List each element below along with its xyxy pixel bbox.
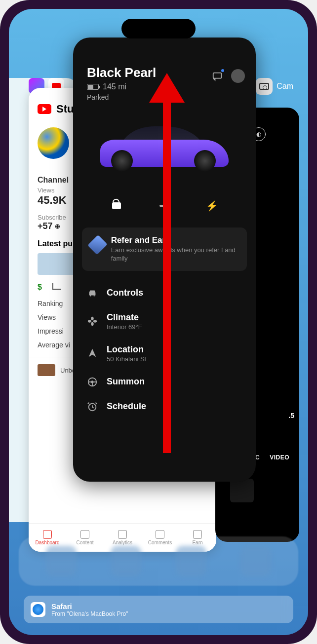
fan-icon [87, 316, 98, 327]
menu-summon[interactable]: Summon [73, 370, 256, 394]
handoff-app: Safari [51, 602, 128, 610]
menu-list: Controls ClimateInterior 69°F Location50… [73, 276, 256, 424]
zoom-level[interactable]: .5 [288, 412, 294, 419]
handoff-source: From "Olena's MacBook Pro" [51, 610, 128, 617]
battery-icon [87, 84, 99, 90]
loot-box-icon [87, 235, 107, 255]
dynamic-island[interactable] [121, 19, 196, 38]
dock-app-3[interactable] [176, 546, 206, 576]
clock-alarm-icon [87, 401, 98, 412]
menu-location[interactable]: Location50 Kihalani St [73, 338, 256, 370]
camera-icon[interactable] [256, 78, 273, 95]
location-address: 50 Kihalani St [107, 355, 146, 363]
vehicle-status: Parked [87, 93, 242, 101]
dock [19, 536, 298, 586]
video-thumbnail[interactable] [38, 253, 77, 275]
video-thumb-small [38, 364, 55, 376]
channel-avatar[interactable] [38, 127, 69, 159]
inbox-icon[interactable] [211, 70, 223, 82]
refer-subtitle: Earn exclusive awards when you refer f a… [111, 246, 238, 263]
fan-button[interactable] [158, 199, 171, 213]
mode-video[interactable]: VIDEO [270, 454, 289, 461]
youtube-logo-icon [38, 104, 51, 114]
menu-climate[interactable]: ClimateInterior 69°F [73, 305, 256, 338]
dock-app-4[interactable] [240, 546, 271, 576]
wheel-icon [87, 377, 98, 387]
dollar-icon: $ [38, 283, 46, 292]
menu-schedule[interactable]: Schedule [73, 394, 256, 419]
menu-controls[interactable]: Controls [73, 281, 256, 305]
screen: Cam Stu Channel Views 45.9K Subscribe +5… [9, 9, 308, 635]
arrow-icon [87, 348, 98, 359]
dock-app-2[interactable] [111, 546, 141, 576]
quick-actions: ⚡ [73, 189, 256, 223]
phone-frame: Cam Stu Channel Views 45.9K Subscribe +5… [0, 0, 317, 644]
refer-card[interactable]: Refer and Earn Earn exclusive awards whe… [82, 227, 247, 271]
car-image [73, 105, 256, 189]
vehicle-range: 145 mi [87, 82, 242, 91]
car-icon [87, 288, 98, 299]
camera-text: Cam [277, 82, 293, 91]
camera-app-label: Cam [256, 78, 293, 95]
last-photo-preview[interactable] [230, 479, 254, 502]
tesla-app-card[interactable]: Black Pearl 145 mi Parked [73, 38, 256, 482]
charge-button[interactable]: ⚡ [205, 199, 219, 213]
dock-app-1[interactable] [46, 546, 77, 576]
chart-icon [52, 283, 61, 290]
handoff-banner[interactable]: Safari From "Olena's MacBook Pro" [24, 596, 293, 623]
svg-rect-0 [213, 73, 222, 78]
profile-avatar[interactable] [231, 69, 245, 83]
climate-temp: Interior 69°F [107, 323, 142, 331]
unlock-button[interactable] [110, 199, 123, 213]
safari-icon [31, 602, 45, 617]
youtube-header: Stu [56, 103, 74, 115]
svg-point-2 [91, 381, 93, 383]
refer-title: Refer and Earn [111, 235, 238, 245]
